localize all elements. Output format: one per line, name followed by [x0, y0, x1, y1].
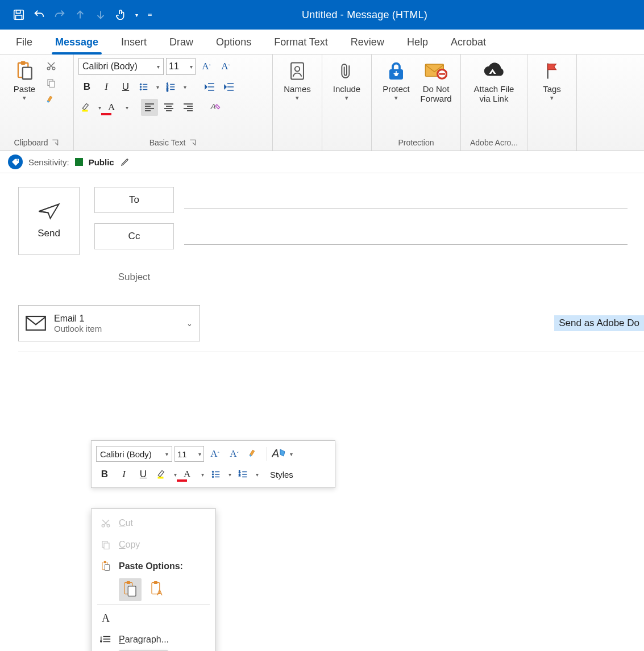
mini-numbering-button[interactable]: 12 — [236, 466, 261, 483]
mini-font-color-button[interactable]: A — [181, 466, 206, 483]
cc-input[interactable] — [184, 228, 628, 245]
tab-options[interactable]: Options — [208, 32, 259, 54]
format-painter-icon[interactable] — [44, 93, 58, 107]
paste-keep-source-button[interactable] — [119, 578, 142, 601]
previous-item-icon[interactable] — [74, 9, 86, 21]
tags-button[interactable]: Tags▾ — [532, 58, 572, 99]
paste-text-only-button[interactable]: A — [146, 578, 169, 601]
ctx-paste-options-header: Paste Options: — [92, 556, 215, 577]
attach-file-via-link-button[interactable]: Attach File via Link — [466, 58, 522, 103]
svg-rect-42 — [127, 581, 130, 584]
save-icon[interactable] — [13, 9, 25, 21]
mini-italic-button[interactable]: I — [115, 466, 132, 483]
numbering-button[interactable]: 123 — [164, 78, 189, 95]
shrink-font-icon[interactable]: Aˇ — [217, 58, 234, 75]
decrease-indent-icon[interactable] — [201, 78, 218, 95]
svg-rect-9 — [49, 81, 55, 87]
align-right-button[interactable] — [180, 99, 197, 116]
mini-underline-button[interactable]: U — [135, 466, 152, 483]
font-name-value: Calibri (Body) — [82, 61, 138, 72]
svg-text:A: A — [210, 102, 216, 111]
title-bar: ▾ ＝ Untitled - Message (HTML) — [0, 0, 644, 30]
svg-rect-1 — [16, 10, 20, 14]
attachment-chip[interactable]: Email 1 Outlook item ⌄ — [18, 305, 200, 341]
redo-icon[interactable] — [53, 9, 66, 21]
font-size-value: 11 — [169, 61, 179, 72]
group-label-protection: Protection — [398, 138, 434, 147]
bold-button[interactable]: B — [78, 78, 95, 95]
attach-link-label: Attach File via Link — [474, 84, 514, 103]
mini-bold-button[interactable]: B — [96, 466, 113, 483]
send-label: Send — [38, 228, 60, 239]
cc-button[interactable]: Cc — [94, 223, 174, 249]
mini-toolbar: Calibri (Body)▾ 11▾ Aˆ Aˇ A ▾ B I U A 12… — [91, 440, 335, 488]
protect-label: Protect — [383, 84, 410, 94]
sensitivity-bar: Sensitivity: Public — [0, 151, 644, 173]
bullets-button[interactable] — [136, 78, 161, 95]
context-menu: CuCutt Copy Paste Options: A A Paragraph… — [91, 508, 216, 651]
tab-draw[interactable]: Draw — [161, 32, 201, 54]
mini-font-name-combo[interactable]: Calibri (Body)▾ — [96, 446, 172, 462]
increase-indent-icon[interactable] — [221, 78, 238, 95]
tab-file[interactable]: File — [8, 32, 40, 54]
send-button[interactable]: Send — [18, 187, 80, 255]
tab-help[interactable]: Help — [399, 32, 436, 54]
chevron-down-icon[interactable]: ⌄ — [186, 319, 193, 328]
underline-button[interactable]: U — [117, 78, 134, 95]
undo-icon[interactable] — [33, 9, 45, 21]
mini-shrink-font-icon[interactable]: Aˇ — [226, 445, 243, 462]
copy-icon[interactable] — [44, 76, 58, 90]
do-not-forward-button[interactable]: Do Not Forward — [416, 58, 456, 103]
mini-grow-font-icon[interactable]: Aˆ — [206, 445, 223, 462]
touch-mode-icon[interactable] — [115, 9, 127, 21]
ctx-font[interactable]: A — [92, 607, 215, 629]
next-item-icon[interactable] — [94, 9, 107, 21]
dialog-launcher-icon[interactable] — [189, 139, 197, 147]
to-input[interactable] — [184, 191, 628, 208]
edit-sensitivity-icon[interactable] — [120, 157, 130, 167]
names-button[interactable]: Names▾ — [277, 58, 317, 99]
protect-button[interactable]: Protect▾ — [376, 58, 416, 99]
svg-text:3: 3 — [167, 89, 168, 92]
ctx-paragraph[interactable]: Paragraph... — [92, 629, 215, 650]
tab-acrobat[interactable]: Acrobat — [443, 32, 494, 54]
highlight-button[interactable] — [78, 99, 103, 116]
no-forward-icon — [425, 60, 447, 82]
mini-styles-button[interactable]: A ▾ — [267, 447, 296, 461]
paste-options-label: Paste Options: — [119, 561, 183, 571]
mini-highlight-button[interactable] — [154, 466, 179, 483]
svg-point-29 — [212, 471, 214, 473]
sensitivity-tag-icon[interactable] — [8, 155, 23, 169]
clear-formatting-icon[interactable]: A — [207, 99, 224, 116]
font-name-combo[interactable]: Calibri (Body)▾ — [78, 58, 164, 75]
font-size-combo[interactable]: 11▾ — [166, 58, 196, 75]
mini-font-name-value: Calibri (Body) — [100, 449, 152, 459]
tab-message[interactable]: Message — [47, 32, 106, 54]
subject-input[interactable] — [174, 269, 617, 286]
mini-font-size-combo[interactable]: 11▾ — [174, 446, 204, 462]
cut-icon[interactable] — [44, 59, 58, 73]
sensitivity-value: Public — [89, 157, 114, 167]
font-color-button[interactable]: A — [106, 99, 131, 116]
to-button[interactable]: To — [94, 187, 174, 213]
mini-bullets-button[interactable] — [209, 466, 234, 483]
customize-qat-icon[interactable]: ＝ — [146, 10, 153, 20]
tab-review[interactable]: Review — [343, 32, 392, 54]
paste-button[interactable]: Paste ▾ — [5, 58, 44, 99]
tab-insert[interactable]: Insert — [113, 32, 155, 54]
window-title: Untitled - Message (HTML) — [153, 9, 644, 21]
svg-text:A: A — [272, 447, 279, 460]
dialog-launcher-icon[interactable] — [51, 139, 59, 147]
chevron-down-icon[interactable]: ▾ — [135, 12, 138, 18]
align-center-button[interactable] — [160, 99, 177, 116]
grow-font-icon[interactable]: Aˆ — [198, 58, 215, 75]
send-as-adobe-link[interactable]: Send as Adobe Do — [554, 315, 644, 331]
svg-rect-24 — [439, 73, 445, 75]
tab-format-text[interactable]: Format Text — [266, 32, 336, 54]
align-left-button[interactable] — [141, 99, 158, 116]
mini-format-painter-icon[interactable] — [245, 445, 262, 462]
svg-point-25 — [16, 160, 18, 161]
group-label-clipboard: Clipboard — [14, 138, 48, 147]
include-button[interactable]: Include▾ — [327, 58, 367, 99]
italic-button[interactable]: I — [98, 78, 115, 95]
